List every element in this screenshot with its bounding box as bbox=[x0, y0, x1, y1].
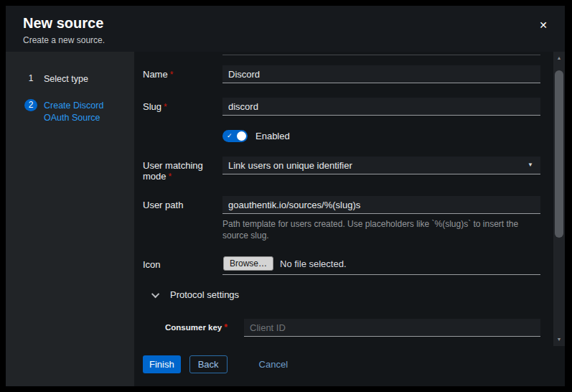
cancel-button[interactable]: Cancel bbox=[258, 355, 289, 373]
caret-down-icon: ▼ bbox=[528, 162, 533, 168]
scroll-up-icon: ▲ bbox=[557, 55, 562, 60]
icon-label: Icon bbox=[143, 256, 222, 270]
enabled-row: ✓ Enabled bbox=[143, 130, 540, 142]
scroll-thumb[interactable] bbox=[555, 70, 563, 238]
scroll-down-icon: ▼ bbox=[557, 337, 562, 342]
icon-file-status: No file selected. bbox=[280, 258, 347, 269]
step-number: 1 bbox=[24, 73, 37, 85]
scroll-down-button[interactable]: ▼ bbox=[553, 335, 565, 345]
close-icon: ✕ bbox=[539, 19, 548, 31]
slug-input[interactable] bbox=[222, 98, 540, 116]
close-button[interactable]: ✕ bbox=[538, 19, 549, 32]
scrollbar[interactable]: ▲ ▼ bbox=[553, 52, 565, 346]
user-matching-mode-label: User matching mode* bbox=[143, 157, 222, 182]
step-label: Create Discord OAuth Source bbox=[44, 99, 128, 125]
enabled-label: Enabled bbox=[255, 131, 290, 141]
wizard-step-select-type[interactable]: 1 Select type bbox=[6, 66, 134, 93]
name-label: Name* bbox=[143, 65, 222, 80]
modal-subtitle: Create a new source. bbox=[23, 35, 548, 45]
step-label: Select type bbox=[44, 73, 88, 86]
wizard-steps: 1 Select type 2 Create Discord OAuth Sou… bbox=[6, 52, 134, 386]
modal-header: New source Create a new source. ✕ bbox=[6, 6, 565, 52]
protocol-settings-label: Protocol settings bbox=[170, 289, 239, 300]
consumer-key-input[interactable] bbox=[244, 319, 540, 337]
wizard-step-create-discord-oauth-source[interactable]: 2 Create Discord OAuth Source bbox=[6, 93, 134, 131]
enabled-switch[interactable]: ✓ bbox=[222, 130, 248, 142]
name-input[interactable] bbox=[222, 65, 540, 83]
user-path-input[interactable] bbox=[222, 196, 540, 214]
chevron-down-icon bbox=[151, 290, 159, 298]
form-scroll-region: Name* Slug* bbox=[134, 52, 565, 346]
slug-label: Slug* bbox=[143, 98, 222, 112]
required-marker: * bbox=[169, 172, 172, 182]
slug-row: Slug* bbox=[143, 98, 540, 116]
protocol-settings-toggle[interactable]: Protocol settings bbox=[154, 289, 540, 300]
required-marker: * bbox=[164, 102, 167, 112]
consumer-key-label: Consumer key* bbox=[165, 319, 244, 332]
required-marker: * bbox=[170, 70, 174, 80]
user-path-label: User path bbox=[143, 196, 222, 210]
step-number: 2 bbox=[24, 99, 37, 111]
user-matching-mode-row: User matching mode* Link users on unique… bbox=[143, 157, 540, 182]
user-path-row: User path Path template for users create… bbox=[143, 196, 540, 241]
modal-title: New source bbox=[23, 15, 548, 32]
switch-knob bbox=[237, 131, 246, 141]
selected-value: Link users on unique identifier bbox=[228, 160, 352, 171]
modal-body: 1 Select type 2 Create Discord OAuth Sou… bbox=[6, 52, 565, 386]
icon-browse-button[interactable]: Browse… bbox=[223, 256, 273, 271]
protocol-settings-section: Consumer key* Consumer secret* bbox=[165, 319, 540, 346]
back-button[interactable]: Back bbox=[189, 355, 228, 373]
icon-file-input: Browse… No file selected. bbox=[222, 256, 540, 275]
check-icon: ✓ bbox=[227, 132, 233, 140]
modal-footer: Finish Back Cancel bbox=[134, 346, 565, 386]
name-row: Name* bbox=[143, 65, 540, 83]
user-matching-mode-select[interactable]: Link users on unique identifier ▼ bbox=[222, 157, 540, 174]
wizard-form: Name* Slug* bbox=[134, 52, 553, 346]
wizard-content: Name* Slug* bbox=[134, 52, 565, 386]
consumer-key-row: Consumer key* bbox=[165, 319, 540, 337]
clipped-field-border bbox=[222, 52, 540, 55]
required-marker: * bbox=[224, 322, 228, 332]
finish-button[interactable]: Finish bbox=[143, 355, 181, 373]
new-source-modal: New source Create a new source. ✕ 1 Sele… bbox=[6, 6, 565, 386]
scroll-up-button[interactable]: ▲ bbox=[553, 53, 565, 63]
user-path-help: Path template for users created. Use pla… bbox=[222, 219, 540, 241]
icon-row: Icon Browse… No file selected. bbox=[143, 256, 540, 275]
